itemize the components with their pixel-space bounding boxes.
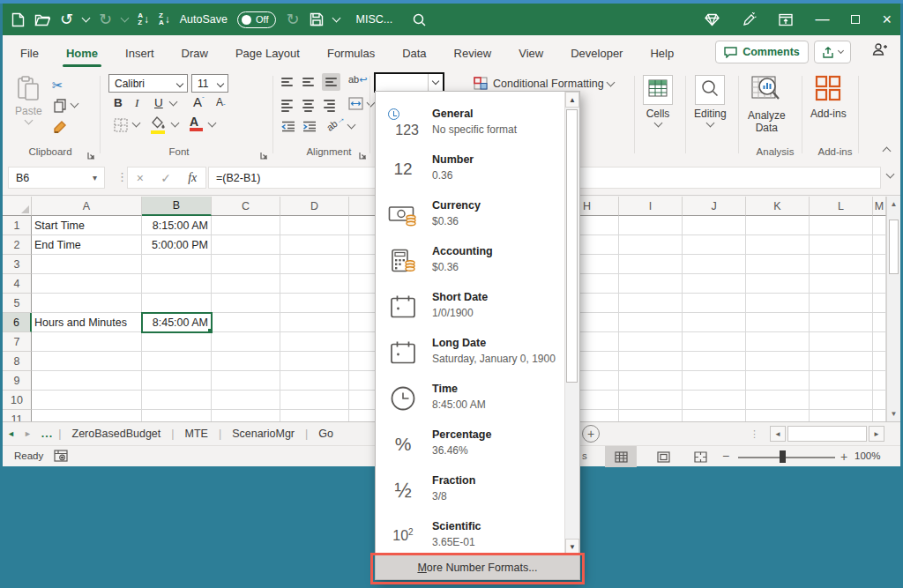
format-item-general[interactable]: 123GeneralNo specific format: [376, 100, 564, 146]
format-item-fraction[interactable]: ½Fraction3/8: [376, 467, 564, 513]
bold-button[interactable]: B: [114, 96, 123, 109]
select-all-corner[interactable]: [3, 197, 32, 216]
cell-A3[interactable]: [32, 255, 142, 274]
column-header-B[interactable]: B: [142, 197, 212, 216]
cell-L3[interactable]: [810, 255, 873, 274]
new-file-icon[interactable]: [11, 12, 25, 27]
cell-B9[interactable]: [142, 371, 212, 391]
cell-L5[interactable]: [810, 294, 873, 313]
cell-M10[interactable]: [873, 391, 886, 410]
open-folder-icon[interactable]: [34, 13, 50, 26]
merge-center-button[interactable]: [348, 97, 363, 114]
cell-D6[interactable]: [280, 313, 349, 332]
cell-L9[interactable]: [810, 371, 873, 391]
cell-B1[interactable]: 8:15:00 AM: [142, 216, 212, 235]
grow-font-button[interactable]: Aˆ: [193, 94, 205, 109]
sort-za-button[interactable]: ZA↓: [159, 12, 170, 26]
cell-K10[interactable]: [746, 391, 810, 410]
cell-B7[interactable]: [142, 332, 212, 352]
cell-J8[interactable]: [683, 352, 746, 371]
zoom-slider-thumb[interactable]: [780, 450, 786, 463]
cell-J10[interactable]: [683, 391, 746, 410]
tab-review[interactable]: Review: [452, 43, 494, 63]
tab-formulas[interactable]: Formulas: [325, 43, 377, 63]
cell-L6[interactable]: [810, 313, 873, 332]
expand-formula-bar-icon[interactable]: [886, 170, 895, 179]
cell-L7[interactable]: [810, 332, 873, 352]
cell-C11[interactable]: [212, 410, 280, 421]
tab-page-layout[interactable]: Page Layout: [234, 43, 302, 63]
row-header-9[interactable]: 9: [3, 371, 32, 391]
tab-draw[interactable]: Draw: [180, 43, 210, 63]
cell-C1[interactable]: [212, 216, 280, 235]
scroll-left-icon[interactable]: ◄: [770, 426, 786, 442]
cell-J1[interactable]: [683, 216, 746, 235]
copy-icon[interactable]: [54, 99, 66, 116]
cell-D10[interactable]: [280, 391, 349, 410]
share-button[interactable]: [814, 41, 851, 63]
enter-icon[interactable]: ✓: [160, 171, 171, 185]
shrink-font-button[interactable]: Aˇ: [216, 96, 226, 110]
cell-J5[interactable]: [683, 294, 746, 313]
cell-I7[interactable]: [619, 332, 683, 352]
undo-dropdown-icon[interactable]: [82, 14, 91, 23]
vertical-scroll-thumb[interactable]: [889, 220, 899, 274]
cell-B6[interactable]: 8:45:00 AM: [142, 313, 212, 332]
cell-B3[interactable]: [142, 255, 212, 274]
row-header-1[interactable]: 1: [3, 216, 32, 235]
cell-C3[interactable]: [212, 255, 280, 274]
column-header-J[interactable]: J: [683, 197, 746, 216]
borders-button[interactable]: [114, 118, 128, 136]
cut-icon[interactable]: ✂: [52, 78, 63, 93]
cell-I1[interactable]: [619, 216, 683, 235]
cell-L10[interactable]: [810, 391, 873, 410]
cell-M7[interactable]: [873, 332, 886, 352]
middle-align-button[interactable]: [302, 76, 314, 88]
cell-M11[interactable]: [873, 410, 886, 421]
cell-K3[interactable]: [746, 255, 810, 274]
paste-button[interactable]: Paste: [15, 76, 42, 123]
quick-access-dropdown-icon[interactable]: [332, 14, 340, 23]
row-header-3[interactable]: 3: [3, 255, 32, 274]
cell-K7[interactable]: [746, 332, 810, 352]
scroll-down-icon[interactable]: ▼: [887, 406, 900, 421]
sheet-tab-zerobasedbudget[interactable]: ZeroBasedBudget: [62, 422, 172, 445]
row-header-7[interactable]: 7: [3, 332, 32, 352]
cell-K11[interactable]: [746, 410, 810, 421]
increase-indent-button[interactable]: [302, 120, 317, 136]
cell-I3[interactable]: [619, 255, 683, 274]
cell-K6[interactable]: [746, 313, 810, 332]
cell-A1[interactable]: Start Time: [32, 216, 142, 235]
save-button[interactable]: [310, 12, 324, 26]
cell-A8[interactable]: [32, 352, 142, 371]
normal-view-button[interactable]: [605, 446, 637, 467]
format-item-accounting[interactable]: Accounting$0.36: [376, 238, 564, 284]
sheet-tab-go[interactable]: Go: [308, 422, 344, 445]
column-header-K[interactable]: K: [746, 197, 810, 216]
cell-L4[interactable]: [810, 274, 873, 294]
sheet-nav-right-icon[interactable]: ►: [24, 429, 32, 438]
name-box-dropdown-icon[interactable]: ▾: [93, 173, 97, 182]
column-header-C[interactable]: C: [212, 197, 280, 216]
italic-button[interactable]: I: [135, 96, 139, 110]
ribbon-display-options-icon[interactable]: [779, 13, 793, 26]
align-right-button[interactable]: [324, 98, 335, 114]
insert-function-icon[interactable]: fx: [188, 171, 197, 185]
cell-A10[interactable]: [32, 391, 142, 410]
format-item-time[interactable]: Time8:45:00 AM: [376, 376, 564, 421]
cell-I6[interactable]: [619, 313, 683, 332]
page-layout-view-button[interactable]: [647, 446, 679, 467]
horizontal-scroll-thumb[interactable]: [787, 426, 867, 442]
font-size-combo[interactable]: 11: [191, 74, 228, 93]
cell-J4[interactable]: [683, 274, 746, 294]
row-header-10[interactable]: 10: [3, 391, 32, 410]
cell-B5[interactable]: [142, 294, 212, 313]
add-ins-button[interactable]: Add-ins: [810, 75, 847, 120]
close-button[interactable]: ×: [882, 11, 892, 27]
format-item-long-date[interactable]: Long DateSaturday, January 0, 1900: [376, 330, 564, 376]
cell-I4[interactable]: [619, 274, 683, 294]
bottom-align-button[interactable]: [322, 73, 340, 91]
cell-M4[interactable]: [873, 274, 886, 294]
cell-L1[interactable]: [810, 216, 873, 235]
undo-button[interactable]: ↺: [60, 11, 73, 27]
